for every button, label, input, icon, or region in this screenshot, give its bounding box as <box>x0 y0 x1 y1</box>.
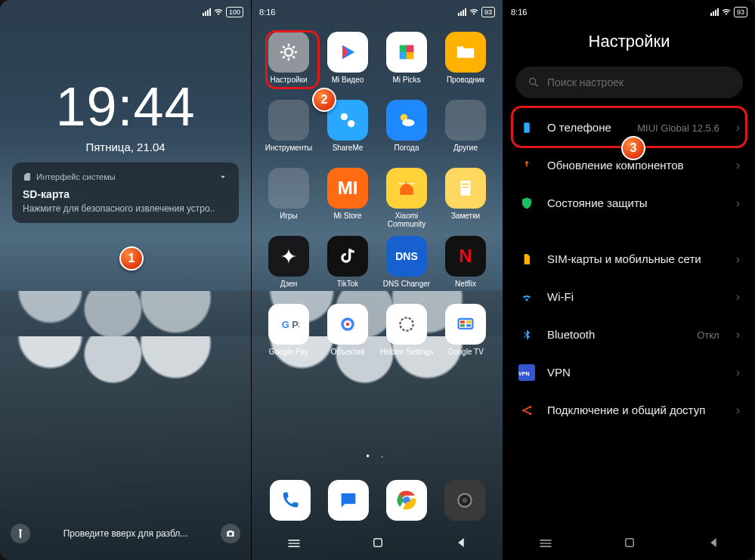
page-title: Настройки <box>503 32 755 51</box>
settings-share[interactable]: Подключение и общий доступ › <box>508 391 750 429</box>
settings-wifi[interactable]: Wi-Fi › <box>508 278 750 316</box>
nav-home-icon[interactable] <box>623 536 636 549</box>
flashlight-shortcut[interactable] <box>11 524 30 543</box>
app-погода[interactable]: Погода <box>379 100 435 160</box>
nav-back-icon[interactable] <box>454 536 468 549</box>
app-tiktok[interactable]: TikTok <box>320 236 376 296</box>
app-mi-picks[interactable]: Mi Picks <box>379 32 435 92</box>
app-игры[interactable]: Игры <box>261 168 317 228</box>
page-indicator: • · <box>252 451 503 462</box>
app-icon: N <box>445 236 486 277</box>
app-label: Инструменты <box>265 144 312 160</box>
phone-info-icon <box>518 119 535 136</box>
lockscreen-pane: 100 19:44 Пятница, 21.04 Интерфейс систе… <box>0 0 252 560</box>
svg-point-16 <box>346 323 350 326</box>
app-mi-store[interactable]: MIMi Store <box>320 168 376 228</box>
search-placeholder: Поиск настроек <box>547 76 623 88</box>
app-label: Проводник <box>447 76 484 92</box>
app-дзен[interactable]: Дзен <box>261 236 317 296</box>
chevron-right-icon: › <box>736 290 740 304</box>
shield-icon <box>518 195 535 212</box>
dock-chrome[interactable] <box>386 480 427 521</box>
app-label: Hidden Settings <box>380 348 434 364</box>
android-nav-bar <box>503 536 755 551</box>
app-label: Настройки <box>270 76 307 92</box>
svg-text:VPN: VPN <box>518 371 530 376</box>
nav-menu-icon[interactable] <box>538 536 553 551</box>
app-label: Другие <box>453 144 478 160</box>
chevron-down-icon[interactable] <box>218 172 228 182</box>
settings-item-label: Bluetooth <box>547 328 685 342</box>
app-объектив[interactable]: Объектив <box>320 304 376 364</box>
chevron-right-icon: › <box>736 328 740 342</box>
svg-point-32 <box>529 406 531 408</box>
clock-time: 19:44 <box>0 76 251 138</box>
chrome-icon <box>386 480 427 521</box>
clock-date: Пятница, 21.04 <box>0 141 251 153</box>
app-xiaomi-community[interactable]: New HomeXiaomi Community <box>379 168 435 228</box>
svg-line-4 <box>292 56 295 58</box>
app-icon <box>386 304 427 345</box>
app-icon <box>386 100 427 141</box>
signal-icon <box>458 8 466 16</box>
svg-line-8 <box>283 46 285 48</box>
battery-indicator: 93 <box>734 7 747 17</box>
svg-point-9 <box>341 113 348 120</box>
dock-camera[interactable] <box>444 480 485 521</box>
nav-home-icon[interactable] <box>371 536 385 549</box>
phone-icon <box>270 480 311 521</box>
settings-sim[interactable]: SIM-карты и мобильные сети › <box>508 240 750 278</box>
dock-phone[interactable] <box>270 480 311 521</box>
app-hidden-settings[interactable]: Hidden Settings <box>379 304 435 364</box>
dock-messages[interactable] <box>328 480 369 521</box>
app-dns-changer[interactable]: DNSDNS Changer <box>379 236 435 296</box>
chevron-right-icon: › <box>736 196 740 210</box>
step-badge-1: 1 <box>119 246 144 271</box>
camera-shortcut[interactable] <box>221 524 240 543</box>
app-проводник[interactable]: Проводник <box>438 32 494 92</box>
nav-menu-icon[interactable] <box>286 536 302 551</box>
svg-rect-21 <box>460 324 465 327</box>
homescreen-pane: 8:16 93 НастройкиMi ВидеоMi PicksПроводн… <box>252 0 503 560</box>
app-label: Netflix <box>455 280 476 296</box>
sd-card-notification[interactable]: Интерфейс системы SD-карта Нажмите для б… <box>12 162 239 223</box>
settings-vpn[interactable]: VPN VPN › <box>508 354 750 391</box>
settings-bt[interactable]: Bluetooth Откл › <box>508 316 750 354</box>
app-mi-видео[interactable]: Mi Видео <box>320 32 376 92</box>
status-bar: 8:16 93 <box>259 5 495 20</box>
notif-message: Нажмите для безопасного извлечения устро… <box>23 203 228 214</box>
app-заметки[interactable]: Заметки <box>438 168 494 228</box>
app-google-pay[interactable]: G PayGoogle Pay <box>261 304 317 364</box>
svg-line-6 <box>283 56 285 58</box>
app-label: Google Pay <box>269 348 308 364</box>
unlock-hint: Проведите вверх для разбл... <box>30 528 221 539</box>
wifi-icon <box>722 8 731 17</box>
app-google-tv[interactable]: Google TV <box>438 304 494 364</box>
step-badge-2: 2 <box>312 88 336 112</box>
app-icon <box>445 168 486 209</box>
folder-icon <box>445 100 486 141</box>
battery-indicator: 100 <box>226 7 243 17</box>
settings-item-label: Wi-Fi <box>547 290 707 305</box>
update-icon <box>518 157 535 174</box>
nav-back-icon[interactable] <box>707 536 720 549</box>
settings-pane: 8:16 93 Настройки Поиск настроек О телеф… <box>503 0 755 560</box>
app-netflix[interactable]: NNetflix <box>438 236 494 296</box>
app-инструменты[interactable]: Инструменты <box>261 100 317 160</box>
dock <box>261 480 494 521</box>
app-настройки[interactable]: Настройки <box>261 32 317 92</box>
share-icon <box>518 402 535 419</box>
app-label: Google TV <box>447 348 484 364</box>
chevron-right-icon: › <box>736 252 740 266</box>
svg-rect-22 <box>466 324 471 327</box>
app-icon <box>327 236 368 277</box>
step-badge-3: 3 <box>621 136 645 160</box>
lock-clock: 19:44 Пятница, 21.04 <box>0 76 251 153</box>
search-input[interactable]: Поиск настроек <box>515 67 743 98</box>
notif-source: Интерфейс системы <box>36 172 116 181</box>
settings-shield[interactable]: Состояние защиты › <box>508 184 750 222</box>
vpn-icon: VPN <box>518 364 535 381</box>
status-bar: 8:16 93 <box>511 5 747 20</box>
svg-point-26 <box>462 498 467 503</box>
app-другие[interactable]: Другие <box>438 100 494 160</box>
